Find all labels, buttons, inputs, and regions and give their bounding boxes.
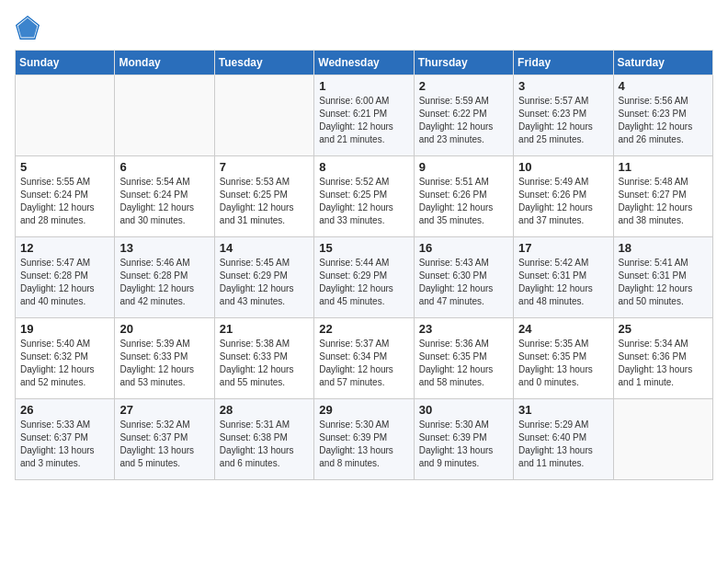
calendar-cell-w4d2: 28Sunrise: 5:31 AM Sunset: 6:38 PM Dayli…: [214, 399, 313, 480]
day-info: Sunrise: 5:53 AM Sunset: 6:25 PM Dayligh…: [220, 176, 309, 227]
calendar-cell-w3d0: 19Sunrise: 5:40 AM Sunset: 6:32 PM Dayli…: [16, 318, 115, 399]
calendar-cell-w1d5: 10Sunrise: 5:49 AM Sunset: 6:26 PM Dayli…: [514, 156, 613, 237]
calendar-cell-w0d4: 2Sunrise: 5:59 AM Sunset: 6:22 PM Daylig…: [414, 75, 513, 156]
day-info: Sunrise: 5:47 AM Sunset: 6:28 PM Dayligh…: [20, 257, 109, 308]
day-info: Sunrise: 5:30 AM Sunset: 6:39 PM Dayligh…: [319, 419, 408, 470]
day-info: Sunrise: 5:46 AM Sunset: 6:28 PM Dayligh…: [119, 257, 209, 308]
calendar-cell-w4d0: 26Sunrise: 5:33 AM Sunset: 6:37 PM Dayli…: [16, 399, 115, 480]
calendar-cell-w1d6: 11Sunrise: 5:48 AM Sunset: 6:27 PM Dayli…: [613, 156, 712, 237]
calendar-cell-w1d4: 9Sunrise: 5:51 AM Sunset: 6:26 PM Daylig…: [414, 156, 513, 237]
weekday-header-friday: Friday: [514, 51, 613, 75]
calendar-cell-w4d4: 30Sunrise: 5:30 AM Sunset: 6:39 PM Dayli…: [414, 399, 513, 480]
day-info: Sunrise: 5:30 AM Sunset: 6:39 PM Dayligh…: [419, 419, 508, 470]
day-info: Sunrise: 5:55 AM Sunset: 6:24 PM Dayligh…: [20, 176, 109, 227]
day-info: Sunrise: 5:57 AM Sunset: 6:23 PM Dayligh…: [518, 95, 608, 146]
day-number: 21: [220, 322, 309, 336]
day-number: 18: [619, 241, 708, 255]
day-info: Sunrise: 5:35 AM Sunset: 6:35 PM Dayligh…: [518, 338, 608, 389]
calendar-cell-w2d1: 13Sunrise: 5:46 AM Sunset: 6:28 PM Dayli…: [115, 237, 214, 318]
day-info: Sunrise: 5:39 AM Sunset: 6:33 PM Dayligh…: [119, 338, 209, 389]
calendar-cell-w3d4: 23Sunrise: 5:36 AM Sunset: 6:35 PM Dayli…: [414, 318, 513, 399]
calendar-table: SundayMondayTuesdayWednesdayThursdayFrid…: [15, 50, 713, 480]
day-number: 31: [518, 403, 608, 417]
logo: [15, 15, 44, 40]
calendar-cell-w0d6: 4Sunrise: 5:56 AM Sunset: 6:23 PM Daylig…: [613, 75, 712, 156]
day-number: 24: [518, 322, 608, 336]
day-info: Sunrise: 5:31 AM Sunset: 6:38 PM Dayligh…: [220, 419, 309, 470]
day-info: Sunrise: 5:38 AM Sunset: 6:33 PM Dayligh…: [220, 338, 309, 389]
day-number: 10: [518, 160, 608, 174]
calendar-cell-w2d6: 18Sunrise: 5:41 AM Sunset: 6:31 PM Dayli…: [613, 237, 712, 318]
day-info: Sunrise: 5:44 AM Sunset: 6:29 PM Dayligh…: [319, 257, 408, 308]
day-number: 6: [119, 160, 209, 174]
calendar-cell-w0d1: [115, 75, 214, 156]
day-info: Sunrise: 5:43 AM Sunset: 6:30 PM Dayligh…: [419, 257, 508, 308]
day-info: Sunrise: 5:49 AM Sunset: 6:26 PM Dayligh…: [518, 176, 608, 227]
calendar-cell-w1d1: 6Sunrise: 5:54 AM Sunset: 6:24 PM Daylig…: [115, 156, 214, 237]
calendar-cell-w1d3: 8Sunrise: 5:52 AM Sunset: 6:25 PM Daylig…: [314, 156, 414, 237]
calendar-cell-w4d1: 27Sunrise: 5:32 AM Sunset: 6:37 PM Dayli…: [115, 399, 214, 480]
day-info: Sunrise: 5:59 AM Sunset: 6:22 PM Dayligh…: [419, 95, 508, 146]
page-header: [15, 15, 713, 40]
day-number: 2: [419, 79, 508, 93]
day-info: Sunrise: 5:40 AM Sunset: 6:32 PM Dayligh…: [20, 338, 109, 389]
day-number: 28: [220, 403, 309, 417]
calendar-cell-w3d2: 21Sunrise: 5:38 AM Sunset: 6:33 PM Dayli…: [214, 318, 313, 399]
weekday-header-saturday: Saturday: [613, 51, 712, 75]
day-info: Sunrise: 5:56 AM Sunset: 6:23 PM Dayligh…: [619, 95, 708, 146]
logo-icon: [15, 15, 40, 40]
day-number: 3: [518, 79, 608, 93]
day-info: Sunrise: 5:45 AM Sunset: 6:29 PM Dayligh…: [220, 257, 309, 308]
day-number: 15: [319, 241, 408, 255]
calendar-cell-w2d3: 15Sunrise: 5:44 AM Sunset: 6:29 PM Dayli…: [314, 237, 414, 318]
calendar-cell-w3d5: 24Sunrise: 5:35 AM Sunset: 6:35 PM Dayli…: [514, 318, 613, 399]
calendar-cell-w3d3: 22Sunrise: 5:37 AM Sunset: 6:34 PM Dayli…: [314, 318, 414, 399]
day-number: 19: [20, 322, 109, 336]
calendar-cell-w2d5: 17Sunrise: 5:42 AM Sunset: 6:31 PM Dayli…: [514, 237, 613, 318]
day-info: Sunrise: 5:52 AM Sunset: 6:25 PM Dayligh…: [319, 176, 408, 227]
calendar-cell-w3d1: 20Sunrise: 5:39 AM Sunset: 6:33 PM Dayli…: [115, 318, 214, 399]
day-info: Sunrise: 5:34 AM Sunset: 6:36 PM Dayligh…: [619, 338, 708, 389]
day-info: Sunrise: 6:00 AM Sunset: 6:21 PM Dayligh…: [319, 95, 408, 146]
calendar-cell-w0d2: [214, 75, 313, 156]
day-number: 13: [119, 241, 209, 255]
day-number: 7: [220, 160, 309, 174]
calendar-cell-w4d5: 31Sunrise: 5:29 AM Sunset: 6:40 PM Dayli…: [514, 399, 613, 480]
day-info: Sunrise: 5:37 AM Sunset: 6:34 PM Dayligh…: [319, 338, 408, 389]
day-info: Sunrise: 5:32 AM Sunset: 6:37 PM Dayligh…: [119, 419, 209, 470]
day-info: Sunrise: 5:29 AM Sunset: 6:40 PM Dayligh…: [518, 419, 608, 470]
day-number: 20: [119, 322, 209, 336]
calendar-cell-w2d4: 16Sunrise: 5:43 AM Sunset: 6:30 PM Dayli…: [414, 237, 513, 318]
day-number: 25: [619, 322, 708, 336]
day-number: 30: [419, 403, 508, 417]
calendar-cell-w2d2: 14Sunrise: 5:45 AM Sunset: 6:29 PM Dayli…: [214, 237, 313, 318]
day-number: 1: [319, 79, 408, 93]
day-number: 11: [619, 160, 708, 174]
calendar-cell-w4d6: [613, 399, 712, 480]
day-number: 23: [419, 322, 508, 336]
day-number: 14: [220, 241, 309, 255]
calendar-cell-w0d5: 3Sunrise: 5:57 AM Sunset: 6:23 PM Daylig…: [514, 75, 613, 156]
day-info: Sunrise: 5:33 AM Sunset: 6:37 PM Dayligh…: [20, 419, 109, 470]
day-number: 5: [20, 160, 109, 174]
calendar-cell-w1d2: 7Sunrise: 5:53 AM Sunset: 6:25 PM Daylig…: [214, 156, 313, 237]
calendar-cell-w2d0: 12Sunrise: 5:47 AM Sunset: 6:28 PM Dayli…: [16, 237, 115, 318]
weekday-header-thursday: Thursday: [414, 51, 513, 75]
day-number: 4: [619, 79, 708, 93]
day-number: 9: [419, 160, 508, 174]
day-number: 17: [518, 241, 608, 255]
day-info: Sunrise: 5:54 AM Sunset: 6:24 PM Dayligh…: [119, 176, 209, 227]
calendar-cell-w3d6: 25Sunrise: 5:34 AM Sunset: 6:36 PM Dayli…: [613, 318, 712, 399]
calendar-cell-w0d3: 1Sunrise: 6:00 AM Sunset: 6:21 PM Daylig…: [314, 75, 414, 156]
weekday-header-wednesday: Wednesday: [314, 51, 414, 75]
weekday-header-monday: Monday: [115, 51, 214, 75]
day-number: 16: [419, 241, 508, 255]
day-number: 8: [319, 160, 408, 174]
day-info: Sunrise: 5:42 AM Sunset: 6:31 PM Dayligh…: [518, 257, 608, 308]
day-number: 29: [319, 403, 408, 417]
day-info: Sunrise: 5:51 AM Sunset: 6:26 PM Dayligh…: [419, 176, 508, 227]
weekday-header-tuesday: Tuesday: [214, 51, 313, 75]
day-info: Sunrise: 5:41 AM Sunset: 6:31 PM Dayligh…: [619, 257, 708, 308]
day-info: Sunrise: 5:36 AM Sunset: 6:35 PM Dayligh…: [419, 338, 508, 389]
day-number: 26: [20, 403, 109, 417]
